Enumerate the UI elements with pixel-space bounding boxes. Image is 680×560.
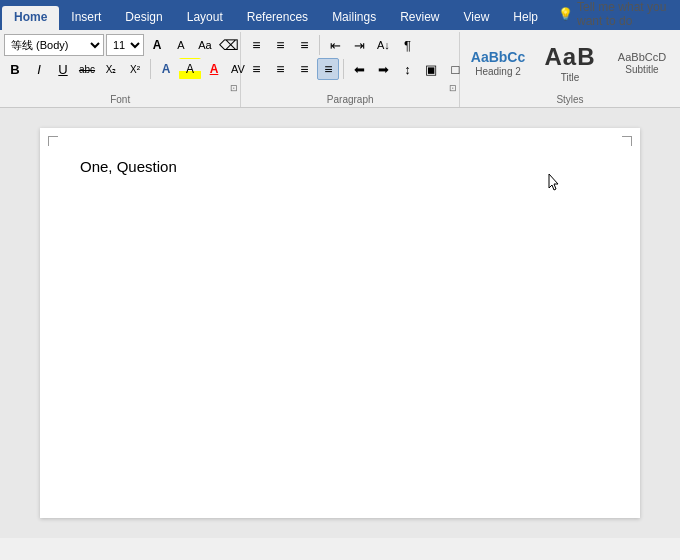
tab-mailings[interactable]: Mailings: [320, 6, 388, 30]
left-indent-button[interactable]: ⬅: [348, 58, 370, 80]
style-subtitle-label: Subtitle: [625, 64, 658, 75]
font-expand-icon[interactable]: ⊡: [230, 83, 238, 93]
eraser-icon: ⌫: [219, 37, 239, 53]
increase-indent-button[interactable]: ⇥: [348, 34, 370, 56]
document-page[interactable]: One, Question: [40, 128, 640, 518]
style-title-preview: AaB: [544, 43, 595, 72]
divider3: [343, 59, 344, 79]
multilevel-button[interactable]: ≡: [293, 34, 315, 56]
para-row2: ≡ ≡ ≡ ≡ ⬅ ➡ ↕ ▣ □: [245, 58, 466, 80]
paragraph-group-label: Paragraph: [245, 92, 455, 105]
change-case-button[interactable]: Aa: [194, 34, 216, 56]
font-color-button[interactable]: A: [203, 58, 225, 80]
font-format-row: B I U abc X₂ X² A A A AV: [4, 58, 249, 80]
font-name-select[interactable]: 等线 (Body): [4, 34, 104, 56]
styles-group: AaBbCc Heading 2 AaB Title AaBbCcD Subti…: [460, 32, 680, 107]
align-left-button[interactable]: ≡: [245, 58, 267, 80]
tab-home[interactable]: Home: [2, 6, 59, 30]
paragraph-expand-icon[interactable]: ⊡: [449, 83, 457, 93]
clear-format-button[interactable]: ⌫: [218, 34, 240, 56]
font-group-label: Font: [4, 92, 236, 105]
ribbon-groups: 等线 (Body) 11 A A Aa ⌫ B I U: [0, 32, 680, 107]
tell-me-label: Tell me what you want to do: [577, 0, 672, 28]
style-subtitle[interactable]: AaBbCcD Subtitle: [608, 34, 676, 92]
tab-design[interactable]: Design: [113, 6, 174, 30]
font-size-select[interactable]: 11: [106, 34, 144, 56]
subscript-button[interactable]: X₂: [100, 58, 122, 80]
cursor-arrow: [548, 173, 560, 191]
style-title[interactable]: AaB Title: [536, 34, 604, 92]
document-area: One, Question: [0, 108, 680, 538]
numbering-button[interactable]: ≡: [269, 34, 291, 56]
strikethrough-button[interactable]: abc: [76, 58, 98, 80]
line-spacing-button[interactable]: ↕: [396, 58, 418, 80]
divider: [150, 59, 151, 79]
style-subtitle-preview: AaBbCcD: [618, 51, 666, 64]
styles-group-label: Styles: [464, 92, 676, 105]
font-grow-button[interactable]: A: [146, 34, 168, 56]
tab-layout[interactable]: Layout: [175, 6, 235, 30]
document-content[interactable]: One, Question: [80, 158, 600, 175]
divider2: [319, 35, 320, 55]
lightbulb-icon: 💡: [558, 7, 573, 21]
font-shrink-button[interactable]: A: [170, 34, 192, 56]
superscript-button[interactable]: X²: [124, 58, 146, 80]
style-title-label: Title: [561, 72, 580, 83]
font-name-row: 等线 (Body) 11 A A Aa ⌫: [4, 34, 240, 56]
align-center-button[interactable]: ≡: [269, 58, 291, 80]
tell-me-box[interactable]: 💡 Tell me what you want to do: [550, 0, 680, 30]
para-row1: ≡ ≡ ≡ ⇤ ⇥ A↓ ¶: [245, 34, 418, 56]
bold-button[interactable]: B: [4, 58, 26, 80]
text-effects-button[interactable]: A: [155, 58, 177, 80]
style-heading2[interactable]: AaBbCc Heading 2: [464, 34, 532, 92]
decrease-indent-button[interactable]: ⇤: [324, 34, 346, 56]
document-paragraph: One, Question: [80, 158, 600, 175]
tab-review[interactable]: Review: [388, 6, 451, 30]
underline-button[interactable]: U: [52, 58, 74, 80]
align-right-button[interactable]: ≡: [293, 58, 315, 80]
ribbon-tab-bar: Home Insert Design Layout References Mai…: [0, 0, 680, 30]
style-heading2-preview: AaBbCc: [471, 49, 525, 66]
justify-button[interactable]: ≡: [317, 58, 339, 80]
text-highlight-button[interactable]: A: [179, 58, 201, 80]
right-indent-button[interactable]: ➡: [372, 58, 394, 80]
paragraph-group: ≡ ≡ ≡ ⇤ ⇥ A↓ ¶ ≡ ≡ ≡ ≡ ⬅ ➡: [241, 32, 460, 107]
tab-references[interactable]: References: [235, 6, 320, 30]
corner-tl: [48, 136, 58, 146]
ribbon: 等线 (Body) 11 A A Aa ⌫ B I U: [0, 30, 680, 108]
shading-button[interactable]: ▣: [420, 58, 442, 80]
font-group: 等线 (Body) 11 A A Aa ⌫ B I U: [0, 32, 241, 107]
corner-tr: [622, 136, 632, 146]
show-marks-button[interactable]: ¶: [396, 34, 418, 56]
style-heading2-label: Heading 2: [475, 66, 521, 77]
sort-button[interactable]: A↓: [372, 34, 394, 56]
tab-insert[interactable]: Insert: [59, 6, 113, 30]
tab-view[interactable]: View: [452, 6, 502, 30]
italic-button[interactable]: I: [28, 58, 50, 80]
tab-help[interactable]: Help: [501, 6, 550, 30]
bullets-button[interactable]: ≡: [245, 34, 267, 56]
